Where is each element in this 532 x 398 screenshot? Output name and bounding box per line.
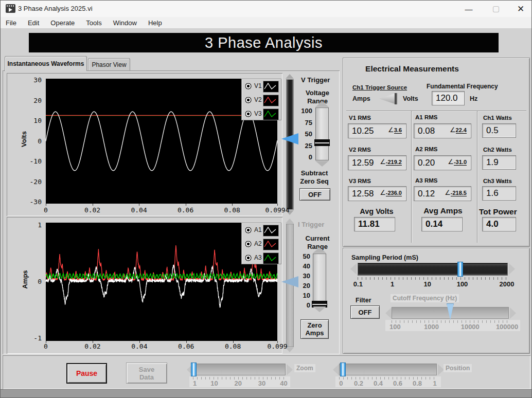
legend-line-sample [263,225,279,237]
legend-item-a2[interactable]: A2 [242,237,281,251]
maximize-icon[interactable]: ▢ [484,1,508,17]
measurements-title: Electrical Measurements [350,64,474,74]
current-range-label-1: Current [298,234,337,242]
zoom-slider-label: Zoom [294,364,315,372]
zoom-track[interactable] [193,364,286,375]
plot-visibility-checkbox[interactable] [245,255,252,261]
legend-item-v3[interactable]: V3 [242,107,281,121]
menu-window[interactable]: Window [113,19,137,27]
ch1-trigger-source-label: Ch1 Trigger Source [352,84,407,91]
v3-rms-label: V3 RMS [349,178,371,184]
legend-item-v1[interactable]: V1 [242,79,281,93]
trace-a1 [46,265,277,307]
x-axis-tick-mark [186,341,187,343]
plot-visibility-checkbox[interactable] [245,97,252,103]
filter-off-button[interactable]: OFF [350,305,380,319]
plot-visibility-checkbox[interactable] [245,227,252,233]
save-data-button[interactable]: Save Data [126,363,167,384]
x-axis-tick-mark [93,204,93,206]
x-axis-tick-mark [46,341,46,343]
scale-label: 1000 [424,323,439,331]
current-range-track[interactable] [313,254,326,306]
trace-a3 [46,274,277,279]
menu-edit[interactable]: Edit [28,19,39,27]
tab-instantaneous-waveforms[interactable]: Instantaneous Waveforms [5,56,87,71]
trigger-source-switch[interactable] [379,93,401,104]
scale-label: 100 [389,323,401,331]
plot-visibility-checkbox[interactable] [245,241,252,247]
y-axis-tick: -10 [20,157,42,165]
angle-icon: ∠ [388,126,394,134]
pause-button[interactable]: Pause [66,363,107,384]
voltage-range-handle[interactable] [314,139,330,146]
app-window: 3 Phase Analysis 2025.vi — ▢ ✕ File Edit… [0,0,532,398]
scale-label: 20 [234,379,241,387]
y-axis-tick: -30 [20,198,42,206]
legend-item-a1[interactable]: A1 [242,223,281,237]
ch2-watts-value: 1.9 [482,155,516,170]
angle-icon: ∠ [380,158,386,166]
titlebar: 3 Phase Analysis 2025.vi — ▢ ✕ [1,1,532,17]
fundamental-frequency-unit: Hz [470,95,477,102]
scale-label: 0 [339,379,343,387]
v2-rms-value: 12.59 ∠-219.2 [348,155,406,170]
sampling-scale: 0.11101002000 [358,280,508,287]
x-axis-tick: 0 [30,206,61,214]
v1-rms-label: V1 RMS [349,115,371,121]
scale-label: 40 [290,262,310,270]
tab-phasor-view[interactable]: Phasor View [88,58,130,70]
scale-label: 40 [280,379,287,387]
scale-label: 25 [292,142,312,150]
y-axis-tick: 10 [20,117,42,124]
x-axis-tick-mark [232,204,233,206]
plot-visibility-checkbox[interactable] [245,111,252,117]
ch1-watts-label: Ch1 Watts [483,115,512,121]
scale-label: 30 [290,272,310,280]
voltage-waveform-legend: V1V2V3 [241,79,281,120]
y-axis-tick: 0 [20,278,42,285]
scale-label: 75 [292,119,312,126]
avg-amps-value: 0.14 [421,217,463,231]
v-trigger-label: V Trigger [301,76,330,84]
menu-file[interactable]: File [6,19,16,27]
menubar: File Edit Operate Tools Window Help [1,17,532,29]
minimize-icon[interactable]: — [457,1,481,17]
scale-label: 100000 [496,323,518,331]
x-axis-tick: 0.02 [77,342,108,350]
fundamental-frequency-field[interactable]: 120.0 [432,91,465,105]
zoom-handle[interactable] [191,363,197,376]
trigger-source-amps-label: Amps [352,95,370,102]
voltage-range-track[interactable] [315,107,329,160]
subtract-zero-seq-button[interactable]: OFF [299,188,330,201]
scale-label: 0 [292,153,312,161]
legend-item-a3[interactable]: A3 [242,251,281,265]
current-waveform-legend: A1A2A3 [241,223,281,264]
plot-visibility-checkbox[interactable] [245,83,252,89]
a1-rms-label: A1 RMS [415,114,437,120]
zero-amps-button[interactable]: Zero Amps [300,319,329,339]
legend-line-sample [263,239,279,250]
legend-item-v2[interactable]: V2 [242,93,281,107]
scale-label: 100 [292,107,312,115]
sampling-handle[interactable] [457,262,463,277]
sampling-track[interactable] [358,263,508,276]
menu-help[interactable]: Help [148,19,162,27]
scale-label: 0.6 [393,379,402,387]
position-handle[interactable] [340,363,346,376]
v3-rms-value: 12.58 ∠-236.0 [348,186,406,201]
x-axis-tick: 0.04 [123,206,154,214]
y-axis-tick: 1 [20,221,42,229]
close-icon[interactable]: ✕ [509,1,532,17]
menu-operate[interactable]: Operate [50,19,75,27]
avg-volts-label: Avg Volts [348,207,405,215]
position-track[interactable] [339,364,437,375]
y-axis-tick: -20 [20,178,42,186]
sampling-ticks [358,277,508,280]
menu-tools[interactable]: Tools [86,19,101,27]
a3-rms-label: A3 RMS [415,177,437,184]
x-axis-tick: 0.08 [217,206,247,214]
legend-label: V1 [254,82,262,89]
legend-line-sample [263,108,279,120]
tot-power-value: 4.0 [482,217,516,231]
scale-label: 10 [290,292,310,299]
